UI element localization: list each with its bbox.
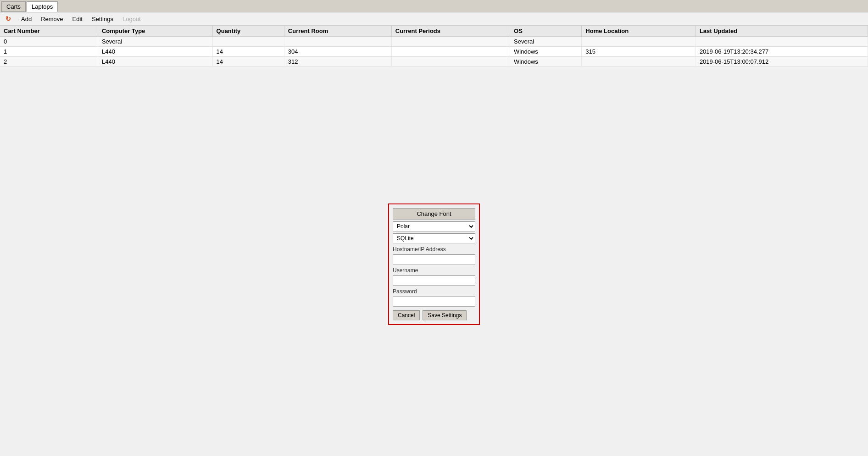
cancel-button[interactable]: Cancel <box>393 310 420 320</box>
col-home-location: Home Location <box>582 26 696 37</box>
logout-label: Logout <box>122 16 141 22</box>
cell-os: Windows <box>510 47 582 57</box>
settings-label: Settings <box>92 16 113 22</box>
col-os: OS <box>510 26 582 37</box>
add-button[interactable]: Add <box>19 15 33 23</box>
cell-home_location <box>582 57 696 67</box>
db-select[interactable]: SQLiteMySQLPostgreSQL <box>393 233 475 243</box>
col-last-updated: Last Updated <box>696 26 868 37</box>
col-computer-type: Computer Type <box>98 26 212 37</box>
main-area: Change Font PolarArialHelveticaTimes New… <box>0 67 868 456</box>
cell-computer_type: Several <box>98 37 212 47</box>
cell-current_periods <box>391 37 510 47</box>
remove-button[interactable]: Remove <box>39 15 65 23</box>
cell-computer_type: L440 <box>98 57 212 67</box>
table-row[interactable]: 2L44014312Windows2019-06-15T13:00:07.912 <box>0 57 868 67</box>
col-quantity: Quantity <box>212 26 284 37</box>
hostname-input[interactable] <box>393 254 475 264</box>
hostname-label: Hostname/IP Address <box>393 246 475 253</box>
save-settings-button[interactable]: Save Settings <box>423 310 467 320</box>
cell-quantity: 14 <box>212 47 284 57</box>
cell-cart_number: 1 <box>0 47 98 57</box>
cell-last_updated: 2019-06-15T13:00:07.912 <box>696 57 868 67</box>
cell-current_periods <box>391 47 510 57</box>
cell-last_updated <box>696 37 868 47</box>
refresh-button[interactable]: ↻ <box>3 14 14 23</box>
settings-button[interactable]: Settings <box>90 15 115 23</box>
cell-quantity <box>212 37 284 47</box>
cell-current_room <box>284 37 391 47</box>
edit-label: Edit <box>72 16 83 22</box>
dialog-buttons: Cancel Save Settings <box>393 310 475 320</box>
settings-dialog: Change Font PolarArialHelveticaTimes New… <box>388 203 480 325</box>
add-label: Add <box>21 16 32 22</box>
col-current-room: Current Room <box>284 26 391 37</box>
cell-computer_type: L440 <box>98 47 212 57</box>
cell-home_location: 315 <box>582 47 696 57</box>
table-row[interactable]: 1L44014304Windows3152019-06-19T13:20:34.… <box>0 47 868 57</box>
cell-quantity: 14 <box>212 57 284 67</box>
data-table: Cart Number Computer Type Quantity Curre… <box>0 26 868 67</box>
edit-button[interactable]: Edit <box>71 15 84 23</box>
logout-button[interactable]: Logout <box>121 15 143 23</box>
tab-bar: Carts Laptops <box>0 0 868 12</box>
modal-overlay: Change Font PolarArialHelveticaTimes New… <box>0 67 868 456</box>
username-input[interactable] <box>393 275 475 286</box>
cell-home_location <box>582 37 696 47</box>
password-label: Password <box>393 288 475 295</box>
dialog-title: Change Font <box>393 208 475 220</box>
password-input[interactable] <box>393 297 475 307</box>
col-current-periods: Current Periods <box>391 26 510 37</box>
table-row[interactable]: 0SeveralSeveral <box>0 37 868 47</box>
col-cart-number: Cart Number <box>0 26 98 37</box>
toolbar: ↻ Add Remove Edit Settings Logout <box>0 12 868 26</box>
refresh-icon: ↻ <box>5 15 12 22</box>
cell-current_room: 304 <box>284 47 391 57</box>
tab-carts[interactable]: Carts <box>1 1 26 12</box>
cell-cart_number: 0 <box>0 37 98 47</box>
cell-current_periods <box>391 57 510 67</box>
cell-cart_number: 2 <box>0 57 98 67</box>
username-label: Username <box>393 267 475 274</box>
font-select[interactable]: PolarArialHelveticaTimes New Roman <box>393 221 475 231</box>
data-table-container: Cart Number Computer Type Quantity Curre… <box>0 26 868 67</box>
cell-os: Windows <box>510 57 582 67</box>
table-header-row: Cart Number Computer Type Quantity Curre… <box>0 26 868 37</box>
remove-label: Remove <box>41 16 63 22</box>
tab-laptops[interactable]: Laptops <box>27 1 58 12</box>
cell-current_room: 312 <box>284 57 391 67</box>
cell-os: Several <box>510 37 582 47</box>
cell-last_updated: 2019-06-19T13:20:34.277 <box>696 47 868 57</box>
